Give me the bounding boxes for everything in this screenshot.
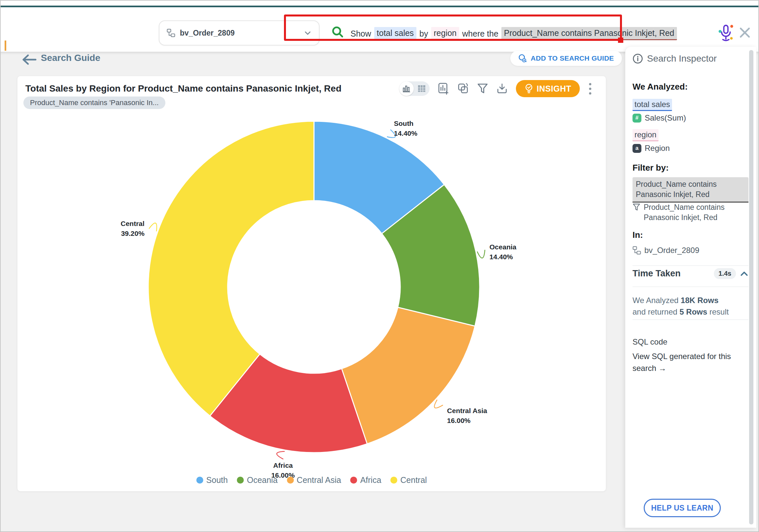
dataset-selector[interactable]: bv_Order_2809 [159, 20, 320, 45]
help-us-learn-button[interactable]: HELP US LEARN [644, 499, 721, 517]
filter-detail-text: Product_Name contains Panasonic Inkjet, … [644, 202, 741, 223]
slice-percent-label: 14.40% [394, 130, 418, 137]
slice-name-label: Africa [273, 462, 293, 469]
voice-mic-icon[interactable] [718, 24, 733, 42]
measure-field-row: # Sales(Sum) [632, 113, 686, 123]
query-text: Show [350, 29, 371, 39]
sql-code-label: SQL code [632, 337, 667, 347]
dataset-label: bv_Order_2809 [180, 29, 299, 38]
dataset-name: bv_Order_2809 [644, 246, 699, 255]
query-token-filter[interactable]: Product_Name contains Panasonic Inkjet, … [501, 27, 677, 40]
view-sql-link[interactable]: View SQL generated for this search → [632, 350, 741, 374]
dataset-row: bv_Order_2809 [632, 246, 699, 255]
dimension-field-row: a Region [632, 143, 670, 153]
donut-chart-svg: South14.40%Oceania14.40%Central Asia16.0… [18, 76, 607, 492]
we-analyzed-label: We Analyzed: [632, 82, 688, 92]
legend-item-africa[interactable]: Africa [350, 475, 381, 485]
slice-percent-label: 14.40% [490, 253, 513, 261]
rows-analyzed-count: 18K Rows [681, 296, 718, 305]
measure-field: Sales(Sum) [645, 113, 686, 123]
info-icon [632, 53, 643, 64]
query-token-dimension[interactable]: region [431, 27, 459, 40]
legend-label: Central Asia [297, 475, 341, 485]
label-leader-line [477, 250, 485, 258]
legend-item-south[interactable]: South [196, 475, 228, 485]
legend-label: Africa [360, 475, 381, 485]
inspector-header: Search Inspector [632, 53, 717, 64]
dataset-hierarchy-icon [632, 246, 641, 255]
legend-dot [237, 477, 244, 484]
top-bar: bv_Order_2809 Show total sales by region… [1, 7, 758, 52]
label-leader-line [277, 451, 285, 459]
search-icon [332, 26, 344, 38]
back-arrow-icon[interactable] [21, 54, 37, 65]
text-type-badge: a [632, 144, 641, 153]
vertical-scrollbar[interactable] [749, 50, 753, 524]
content-area: Search Guide ADD TO SEARCH GUIDE Total S… [1, 52, 758, 531]
slice-percent-label: 39.20% [121, 229, 144, 237]
legend-dot [287, 477, 294, 484]
app-window: bv_Order_2809 Show total sales by region… [0, 0, 759, 532]
arrow-right-icon: → [659, 364, 666, 373]
dataset-hierarchy-icon [167, 29, 175, 37]
query-token-measure[interactable]: total sales [374, 27, 417, 40]
legend-label: Central [400, 475, 427, 485]
sidebar-indicator [5, 41, 6, 51]
rows-returned-count: 5 Rows [680, 307, 707, 316]
slice-name-label: South [394, 120, 414, 127]
chevron-down-icon [304, 29, 312, 37]
legend-label: Oceania [247, 475, 277, 485]
divider [632, 266, 748, 266]
divider [632, 287, 748, 287]
dimension-field: Region [645, 143, 670, 153]
slice-name-label: Oceania [490, 243, 517, 251]
query-text: by [419, 29, 428, 39]
query-text: where the [462, 29, 499, 39]
chart-legend: SouthOceaniaCentral AsiaAfricaCentral [18, 475, 606, 485]
slice-name-label: Central [121, 220, 144, 227]
dimension-token: region [632, 129, 659, 141]
funnel-icon [632, 203, 640, 211]
filter-detail-row: Product_Name contains Panasonic Inkjet, … [632, 202, 741, 223]
chevron-up-icon[interactable] [740, 270, 748, 277]
legend-label: South [206, 475, 228, 485]
rows-analyzed-text: We Analyzed 18K Rows and returned 5 Rows… [632, 295, 729, 317]
legend-item-central[interactable]: Central [390, 475, 427, 485]
chart-card: Total Sales by Region for Product_Name c… [17, 76, 606, 491]
label-leader-line [149, 223, 157, 231]
measure-token: total sales [632, 99, 672, 111]
search-query-input[interactable]: Show total sales by region where the Pro… [350, 26, 677, 41]
legend-item-central-asia[interactable]: Central Asia [287, 475, 341, 485]
time-taken-label: Time Taken [632, 268, 714, 279]
filter-by-label: Filter by: [632, 163, 669, 173]
filter-token-box: Product_Name contains Panasonic Inkjet, … [632, 177, 748, 203]
inspector-title: Search Inspector [647, 53, 717, 64]
page-title: Search Guide [41, 53, 100, 63]
legend-item-oceania[interactable]: Oceania [237, 475, 277, 485]
search-inspector-panel: Search Inspector We Analyzed: total sale… [625, 47, 756, 528]
add-to-search-guide-button[interactable]: ADD TO SEARCH GUIDE [510, 51, 622, 66]
add-search-icon [518, 54, 527, 63]
in-label: In: [632, 230, 643, 240]
add-to-search-guide-label: ADD TO SEARCH GUIDE [531, 54, 614, 62]
close-icon[interactable] [739, 27, 750, 38]
divider [632, 319, 748, 320]
time-taken-badge: 1.4s [714, 268, 736, 279]
legend-dot [196, 477, 203, 484]
legend-dot [390, 477, 397, 484]
legend-dot [350, 477, 357, 484]
slice-name-label: Central Asia [447, 407, 487, 414]
slice-percent-label: 16.00% [447, 417, 471, 424]
label-leader-line [434, 399, 443, 408]
numeric-type-badge: # [632, 114, 641, 123]
time-taken-row: Time Taken 1.4s [632, 268, 748, 279]
